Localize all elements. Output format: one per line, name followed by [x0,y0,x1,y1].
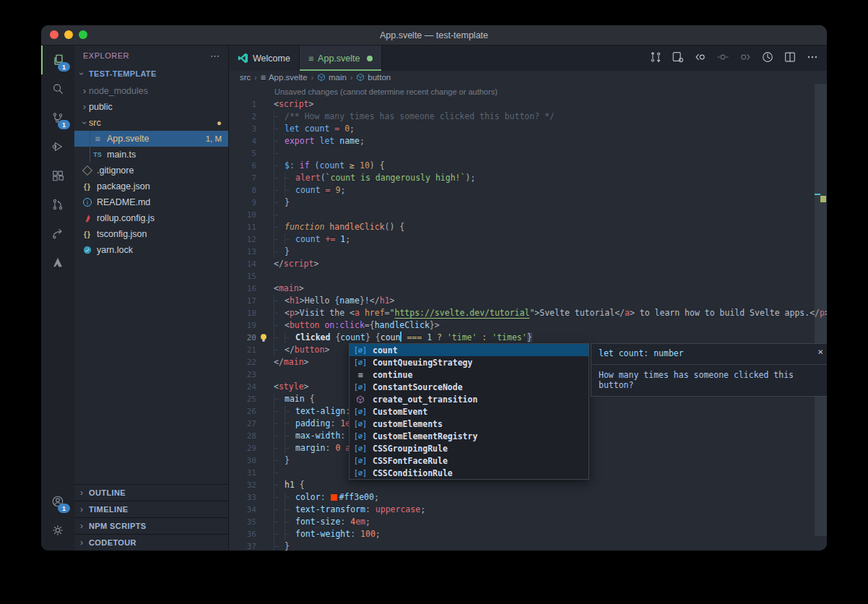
code-line-11[interactable]: 11→function handleClick() { [229,221,815,233]
file-row-app-svelte[interactable]: ≡App.svelte1, M [74,131,228,147]
code-editor[interactable]: Unsaved changes (cannot determine recent… [229,84,827,551]
chevron-right-icon: › [77,521,86,531]
suggest-item-constantsourcenode[interactable]: [∅]ConstantSourceNode [350,381,589,393]
code-line-2[interactable]: 2→/** How many times has someone clicked… [229,111,815,123]
zoom-window-button[interactable] [79,30,87,39]
code-lines[interactable]: Unsaved changes (cannot determine recent… [229,86,815,551]
current-change-button[interactable] [714,50,732,67]
file-label: node_modules [89,86,148,96]
gutter-decorations [256,344,274,356]
suggest-signature: let count: number [591,344,827,365]
code-line-20[interactable]: 20→→Clicked {count} {coun === 1 ? 'time'… [229,332,815,344]
suggest-item-continue[interactable]: ≡continue [350,368,589,381]
sidebar-more-actions-button[interactable]: ⋯ [210,51,220,61]
file-row-node-modules[interactable]: ›node_modules [74,83,228,99]
unsaved-dot[interactable] [367,56,373,61]
suggest-item-customelements[interactable]: [∅]customElements [350,418,589,430]
gitlens-compare-button[interactable] [647,50,664,67]
suggest-item-cssconditionrule[interactable]: [∅]CSSConditionRule [350,467,589,479]
activity-item-search[interactable] [41,74,74,103]
activity-item-azure[interactable] [41,248,74,277]
activity-item-accounts[interactable]: 1 [41,487,74,516]
code-line-17[interactable]: 17→<h1>Hello {name}!</h1> [229,295,815,307]
activity-item-extensions[interactable] [41,161,74,190]
activity-item-settings[interactable] [41,516,74,545]
suggest-item-create-out-transition[interactable]: create_out_transition [350,393,589,405]
file-row-tsconfig-json[interactable]: {}tsconfig.json [74,226,228,242]
code-line-5[interactable]: 5→ [229,147,815,160]
suggest-item-count[interactable]: [∅]count [350,344,589,356]
activity-item-run-debug[interactable] [41,132,74,161]
code-line-19[interactable]: 19→<button on:click={handleClick}> [229,319,815,332]
code-line-4[interactable]: 4→export let name; [229,135,815,147]
suggest-item-customevent[interactable]: [∅]CustomEvent [350,405,589,418]
timeline-history-button[interactable] [759,50,776,67]
breadcrumb-item-button[interactable]: button [356,73,391,82]
code-line-7[interactable]: 7→→alert(`count is dangerously high!`); [229,172,815,184]
suggest-item-customelementregistry[interactable]: [∅]CustomElementRegistry [350,430,589,442]
code-line-3[interactable]: 3→let count = 0; [229,123,815,135]
previous-change-button[interactable] [692,50,709,67]
editor-scrollbar[interactable] [815,84,827,536]
code-line-6[interactable]: 6→$: if (count ≥ 10) { [229,160,815,172]
workspace-section-header[interactable]: › TEST-TEMPLATE [74,66,228,82]
minimize-window-button[interactable] [64,30,73,39]
next-change-button[interactable] [737,50,754,67]
file-row-main-ts[interactable]: TSmain.ts [74,147,228,163]
activity-item-explorer[interactable]: 1 [41,46,74,74]
indent-guide: → [274,172,285,184]
code-line-16[interactable]: 16<main> [229,282,815,295]
suggest-item-countqueuingstrategy[interactable]: [∅]CountQueuingStrategy [350,356,589,368]
code-line-1[interactable]: 1<script> [229,98,815,111]
code-line-37[interactable]: 37→} [229,540,815,551]
suggest-item-cssgroupingrule[interactable]: [∅]CSSGroupingRule [350,442,589,454]
section-header-timeline[interactable]: ›TIMELINE [74,501,228,517]
file-row-src[interactable]: ›src● [74,115,228,131]
breadcrumb-item-src[interactable]: src [240,73,251,82]
code-line-34[interactable]: 34→→text-transform: uppercase; [229,504,815,516]
code-line-36[interactable]: 36→→font-weight: 100; [229,528,815,540]
file-row-rollup-config-js[interactable]: rollup.config.js [74,210,228,226]
code-line-32[interactable]: 32→h1 { [229,479,815,491]
code-line-14[interactable]: 14</script> [229,258,815,270]
code-line-8[interactable]: 8→→count = 9; [229,184,815,197]
close-icon[interactable]: × [817,346,823,357]
code-line-10[interactable]: 10→ [229,209,815,221]
file-row-yarn-lock[interactable]: yarn.lock [74,242,228,258]
section-header-npm-scripts[interactable]: ›NPM SCRIPTS [74,517,228,534]
code-line-13[interactable]: 13→} [229,246,815,258]
more-actions-button[interactable] [804,50,821,67]
suggest-item-cssfontfacerule[interactable]: [∅]CSSFontFaceRule [350,454,589,467]
tab-app-svelte[interactable]: ≡App.svelte [300,46,383,71]
indent-guide: → [274,295,285,307]
file-row-gitignore[interactable]: .gitignore [74,163,228,178]
section-header-outline[interactable]: ›OUTLINE [74,484,228,501]
section-header-codetour[interactable]: ›CODETOUR [74,534,228,551]
gutter-decorations [256,540,274,551]
titlebar[interactable]: App.svelte — test-template [41,25,827,46]
code-line-12[interactable]: 12→→count += 1; [229,233,815,246]
gutter-decorations [256,356,274,368]
vscode-window: App.svelte — test-template 11 1 EXPLORER… [41,25,827,551]
open-changes-button[interactable] [669,50,687,67]
file-row-package-json[interactable]: {}package.json [74,178,228,194]
code-line-35[interactable]: 35→→font-size: 4em; [229,516,815,528]
code-line-15[interactable]: 15 [229,270,815,282]
file-label: rollup.config.js [97,213,155,223]
close-window-button[interactable] [50,30,58,39]
chevron-right-icon: › [77,538,86,548]
color-swatch[interactable] [331,494,337,501]
code-line-9[interactable]: 9→} [229,197,815,209]
activity-item-github-pr[interactable] [41,190,74,219]
file-row-readme-md[interactable]: iREADME.md [74,194,228,210]
breadcrumb-item-app-svelte[interactable]: ≡App.svelte [261,72,308,82]
activity-item-source-control[interactable]: 1 [41,103,74,132]
code-line-18[interactable]: 18→<p>Visit the <a href="https://svelte.… [229,307,815,319]
json-icon: {} [82,183,93,191]
breadcrumb-item-main[interactable]: main [317,73,347,82]
tab-welcome[interactable]: Welcome [229,46,300,71]
activity-item-live-share[interactable] [41,219,74,248]
code-line-33[interactable]: 33→→color: #ff3e00; [229,491,815,504]
split-editor-button[interactable] [781,50,799,67]
file-row-public[interactable]: ›public [74,99,228,115]
